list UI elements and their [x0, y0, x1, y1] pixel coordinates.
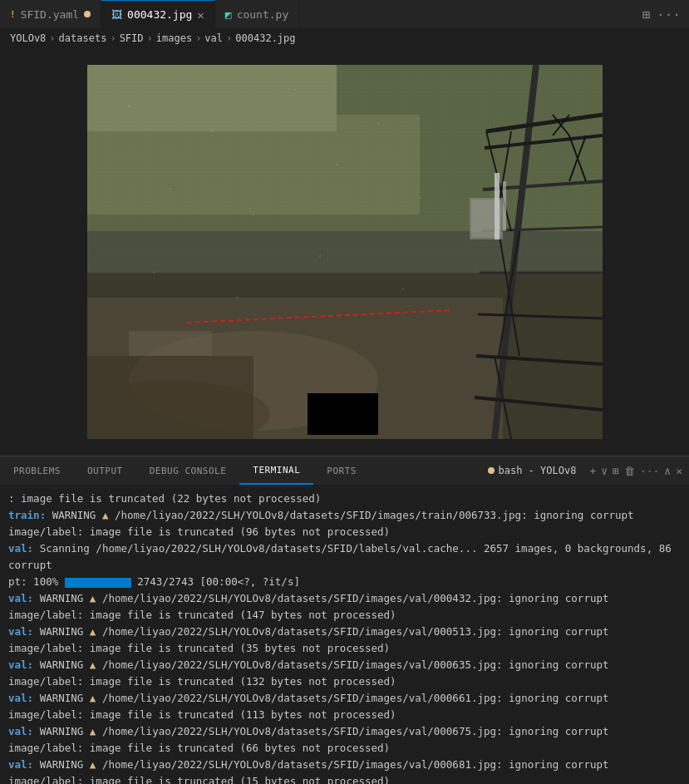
tab-count-py[interactable]: ◩ count.py [215, 0, 299, 28]
tab-output[interactable]: OUTPUT [74, 456, 136, 485]
svg-point-47 [319, 255, 321, 257]
split-terminal-button[interactable]: ⊞ [613, 465, 619, 477]
kill-terminal-button[interactable]: 🗑 [624, 465, 635, 477]
terminal-content[interactable]: : image file is truncated (22 bytes not … [0, 486, 689, 784]
svg-rect-30 [503, 181, 506, 231]
svg-point-48 [402, 288, 404, 290]
panel-bottom: PROBLEMS OUTPUT DEBUG CONSOLE TERMINAL P… [0, 456, 689, 784]
svg-point-41 [170, 189, 171, 190]
breadcrumb-sep: › [226, 32, 232, 44]
panel-actions: + ∨ ⊞ 🗑 ··· ∧ ✕ [583, 465, 689, 477]
py-icon: ◩ [225, 8, 232, 21]
tab-label: 000432.jpg [127, 8, 192, 21]
tab-actions: ⊞ ··· [633, 7, 689, 22]
image-viewer [0, 47, 689, 456]
aerial-image [87, 65, 603, 439]
tab-bar: ! SFID.yaml 🖼 000432.jpg ✕ ◩ count.py ⊞ … [0, 0, 689, 29]
more-terminal-actions[interactable]: ··· [640, 465, 659, 477]
maximize-panel-button[interactable]: ∧ [664, 465, 671, 477]
close-tab-button[interactable]: ✕ [197, 9, 204, 21]
svg-rect-32 [87, 356, 253, 439]
panel-tabs: PROBLEMS OUTPUT DEBUG CONSOLE TERMINAL P… [0, 456, 689, 486]
terminal-line: pt: 100% 2743/2743 [00:00<?, ?it/s] [8, 574, 681, 590]
more-actions-icon[interactable]: ··· [657, 7, 681, 22]
breadcrumb-part[interactable]: images [156, 32, 192, 44]
tab-ports[interactable]: PORTS [313, 456, 370, 485]
breadcrumb-part[interactable]: SFID [120, 32, 144, 44]
terminal-dropdown-button[interactable]: ∨ [601, 465, 608, 477]
yaml-icon: ! [10, 9, 16, 20]
svg-point-46 [236, 297, 238, 298]
terminal-line: val: WARNING ▲ /home/liyao/2022/SLH/YOLO… [8, 757, 681, 784]
breadcrumb: YOLOv8 › datasets › SFID › images › val … [0, 29, 689, 47]
breadcrumb-part[interactable]: val [204, 32, 223, 44]
svg-point-43 [336, 164, 337, 165]
tab-label: count.py [237, 8, 289, 21]
new-terminal-button[interactable]: + [589, 465, 596, 477]
tab-debug[interactable]: DEBUG CONSOLE [136, 456, 240, 485]
svg-point-42 [253, 214, 254, 215]
progress-bar [65, 578, 131, 588]
svg-point-40 [377, 122, 379, 124]
svg-rect-33 [308, 393, 378, 435]
terminal-line: val: WARNING ▲ /home/liyao/2022/SLH/YOLO… [8, 690, 681, 723]
split-editor-icon[interactable]: ⊞ [642, 7, 650, 22]
svg-point-38 [211, 131, 213, 132]
bash-dot [488, 467, 495, 474]
svg-point-44 [419, 197, 421, 199]
terminal-line: val: Scanning /home/liyao/2022/SLH/YOLOv… [8, 540, 681, 574]
terminal-line: : image file is truncated (22 bytes not … [8, 491, 681, 507]
bash-label: bash - YOLOv8 [481, 465, 583, 476]
terminal-line: val: WARNING ▲ /home/liyao/2022/SLH/YOLO… [8, 723, 681, 757]
terminal-line: val: WARNING ▲ /home/liyao/2022/SLH/YOLO… [8, 657, 681, 690]
breadcrumb-part[interactable]: YOLOv8 [10, 32, 46, 44]
modified-dot [84, 11, 91, 17]
terminal-line: train: WARNING ▲ /home/liyao/2022/SLH/YO… [8, 507, 681, 540]
breadcrumb-current: 000432.jpg [235, 32, 295, 44]
terminal-line: val: WARNING ▲ /home/liyao/2022/SLH/YOLO… [8, 590, 681, 624]
tab-sfid-yaml[interactable]: ! SFID.yaml [0, 0, 101, 28]
breadcrumb-part[interactable]: datasets [59, 32, 107, 44]
tab-terminal[interactable]: TERMINAL [239, 456, 313, 485]
tab-label: SFID.yaml [21, 8, 79, 21]
img-icon: 🖼 [111, 8, 122, 21]
svg-rect-34 [129, 331, 212, 356]
svg-rect-29 [495, 173, 500, 239]
close-panel-button[interactable]: ✕ [676, 465, 682, 477]
breadcrumb-sep: › [49, 32, 55, 44]
svg-point-37 [128, 106, 130, 107]
breadcrumb-sep: › [195, 32, 201, 44]
tab-problems[interactable]: PROBLEMS [0, 456, 74, 485]
tab-img-432[interactable]: 🖼 000432.jpg ✕ [101, 0, 215, 28]
svg-point-39 [294, 89, 296, 91]
bash-label-text: bash - YOLOv8 [498, 465, 576, 476]
image-container [87, 65, 603, 439]
breadcrumb-sep: › [147, 32, 153, 44]
terminal-line: val: WARNING ▲ /home/liyao/2022/SLH/YOLO… [8, 624, 681, 657]
svg-point-45 [153, 272, 155, 274]
breadcrumb-sep: › [110, 32, 116, 44]
